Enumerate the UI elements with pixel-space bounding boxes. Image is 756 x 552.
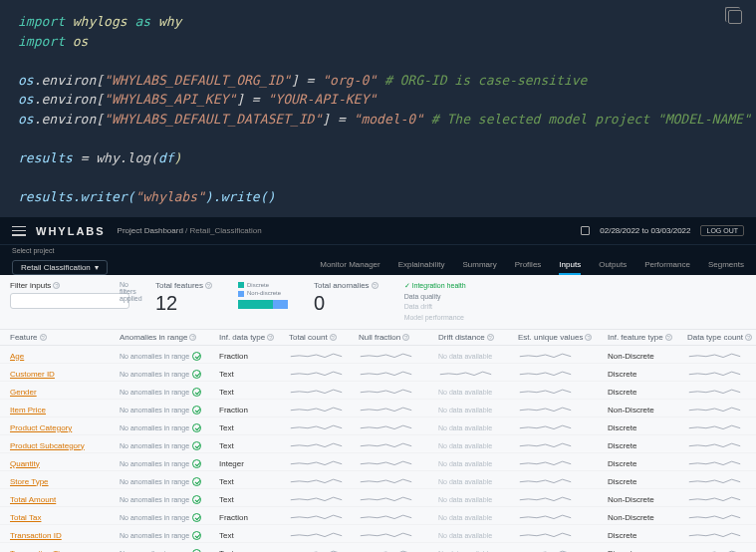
tab-segments[interactable]: Segments	[708, 260, 744, 275]
feature-type-cell: Discrete	[608, 388, 687, 397]
check-circle-icon	[192, 370, 201, 379]
total-count-spark	[289, 349, 359, 363]
feature-type-cell: Non-Discrete	[608, 406, 687, 414]
calendar-icon[interactable]	[581, 226, 590, 235]
anomaly-cell: No anomalies in range	[120, 388, 219, 397]
feature-name-link[interactable]: Item Price	[10, 406, 120, 414]
null-fraction-spark	[359, 367, 438, 381]
anomaly-cell: No anomalies in range	[120, 531, 219, 540]
data-type-cell: Fraction	[219, 352, 289, 361]
feature-name-link[interactable]: Total Amount	[10, 495, 120, 504]
dtype-count-spark	[687, 403, 756, 416]
total-anomalies-value: 0	[314, 292, 378, 315]
dtype-count-spark	[687, 385, 756, 399]
nav-tabs: Monitor Manager Explainability Summary P…	[320, 260, 744, 275]
feature-name-link[interactable]: Store Type	[10, 477, 120, 486]
dtype-count-spark	[687, 474, 756, 488]
feature-name-link[interactable]: Product Subcategory	[10, 441, 120, 450]
select-project-label: Select project	[12, 247, 54, 254]
feature-name-link[interactable]: Age	[10, 352, 120, 361]
tab-profiles[interactable]: Profiles	[515, 260, 542, 275]
anomaly-cell: No anomalies in range	[120, 423, 219, 432]
total-count-spark	[289, 528, 359, 542]
breadcrumb-home[interactable]: Project Dashboard	[118, 226, 183, 235]
feature-type-cell: Discrete	[608, 531, 687, 540]
logout-button[interactable]: LOG OUT	[700, 225, 744, 236]
drift-cell: No data available	[438, 496, 518, 503]
tab-performance[interactable]: Performance	[644, 260, 690, 275]
table-row: Total TaxNo anomalies in rangeFractionNo…	[0, 507, 756, 525]
data-type-cell: Text	[219, 423, 289, 432]
feature-name-link[interactable]: Product Category	[10, 423, 120, 432]
anomaly-cell: No anomalies in range	[120, 459, 219, 468]
feature-name-link[interactable]: Transaction ID	[10, 531, 120, 540]
null-fraction-spark	[359, 510, 438, 524]
drift-cell: No data available	[438, 514, 518, 521]
unique-values-spark	[518, 510, 608, 524]
dtype-count-spark	[687, 438, 756, 452]
feature-name-link[interactable]: Transaction Time	[10, 549, 120, 553]
feature-name-link[interactable]: Quantity	[10, 459, 120, 468]
tab-monitor-manager[interactable]: Monitor Manager	[320, 260, 379, 275]
feature-type-cell: Discrete	[608, 370, 687, 379]
project-select[interactable]: Retail Classification▾	[12, 260, 108, 275]
dtype-count-spark	[687, 510, 756, 524]
table-row: Transaction TimeNo anomalies in rangeTex…	[0, 543, 756, 552]
total-count-spark	[289, 367, 359, 381]
total-features-value: 12	[155, 292, 212, 315]
data-type-cell: Text	[219, 549, 289, 553]
feature-type-cell: Non-Discrete	[608, 513, 687, 522]
feature-name-link[interactable]: Gender	[10, 388, 120, 397]
data-type-cell: Text	[219, 388, 289, 397]
breadcrumb: Project Dashboard / Retail_Classificatio…	[118, 226, 262, 235]
hamburger-icon[interactable]	[12, 226, 26, 236]
table-row: Product CategoryNo anomalies in rangeTex…	[0, 417, 756, 435]
total-count-spark	[289, 456, 359, 470]
features-table: Feature? Anomalies in range? Inf. data t…	[0, 330, 756, 552]
null-fraction-spark	[359, 420, 438, 434]
dtype-count-spark	[687, 349, 756, 363]
feature-type-cell: Non-Discrete	[608, 352, 687, 361]
tab-explainability[interactable]: Explainability	[398, 260, 445, 275]
feature-type-cell: Non-Discrete	[608, 495, 687, 504]
tab-outputs[interactable]: Outputs	[599, 260, 627, 275]
check-circle-icon	[192, 388, 201, 397]
table-row: Total AmountNo anomalies in rangeTextNo …	[0, 489, 756, 507]
null-fraction-spark	[359, 385, 438, 399]
dtype-count-spark	[687, 367, 756, 381]
tab-inputs[interactable]: Inputs	[559, 260, 581, 275]
help-icon[interactable]: ?	[205, 282, 212, 289]
total-count-spark	[289, 492, 359, 506]
copy-icon[interactable]	[728, 10, 742, 24]
drift-cell: No data available	[438, 442, 518, 449]
null-fraction-spark	[359, 403, 438, 416]
table-row: GenderNo anomalies in rangeTextNo data a…	[0, 382, 756, 400]
feature-name-link[interactable]: Customer ID	[10, 370, 120, 379]
table-row: Store TypeNo anomalies in rangeTextNo da…	[0, 471, 756, 489]
feature-type-cell: Discrete	[608, 549, 687, 553]
table-row: Transaction IDNo anomalies in rangeTextN…	[0, 525, 756, 543]
check-circle-icon	[192, 406, 201, 414]
date-range[interactable]: 02/28/2022 to 03/03/2022	[600, 226, 690, 235]
help-icon[interactable]: ?	[372, 282, 378, 289]
feature-type-cell: Discrete	[608, 459, 687, 468]
total-count-spark	[289, 403, 359, 416]
check-circle-icon	[192, 352, 201, 361]
unique-values-spark	[518, 474, 608, 488]
table-row: Customer IDNo anomalies in rangeTextDisc…	[0, 364, 756, 382]
check-circle-icon	[192, 477, 201, 486]
anomaly-cell: No anomalies in range	[120, 370, 219, 379]
check-circle-icon	[192, 495, 201, 504]
brand-logo: WHYLABS	[36, 225, 106, 237]
search-input[interactable]	[10, 293, 129, 309]
table-header: Feature? Anomalies in range? Inf. data t…	[0, 330, 756, 346]
unique-values-spark	[518, 546, 608, 552]
help-icon[interactable]: ?	[53, 282, 60, 289]
drift-cell: No data available	[438, 407, 518, 414]
unique-values-spark	[518, 492, 608, 506]
drift-cell: No data available	[438, 478, 518, 485]
feature-name-link[interactable]: Total Tax	[10, 513, 120, 522]
unique-values-spark	[518, 403, 608, 416]
feature-type-bar	[238, 300, 288, 309]
tab-summary[interactable]: Summary	[462, 260, 496, 275]
